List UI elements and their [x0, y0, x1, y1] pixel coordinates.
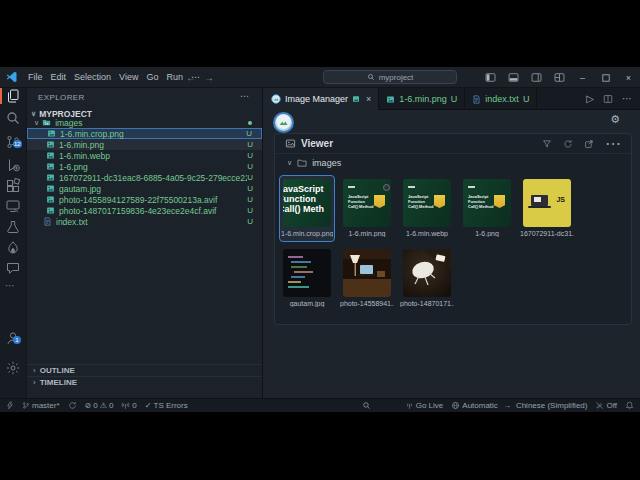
- toggle-secondary-sidebar-icon[interactable]: [531, 72, 542, 83]
- tab-index-txt[interactable]: index.txt U: [465, 88, 537, 110]
- minimize-button[interactable]: –: [577, 72, 588, 83]
- laptop-icon: [531, 195, 548, 206]
- scm-changes-badge: 12: [13, 140, 22, 148]
- menu-bar: File Edit Selection View Go Run ⋯: [24, 70, 204, 84]
- explorer-sidebar: EXPLORER ⋯ ∨ MYPROJECT ∨ images 1-6.min.…: [27, 88, 263, 398]
- file-row[interactable]: photo-1455894127589-22f75500213a.avif U: [27, 194, 262, 205]
- broadcast-icon: [405, 401, 414, 410]
- warning-count: 0: [109, 401, 113, 410]
- chevron-right-icon: ›: [33, 378, 36, 387]
- folder-modified-dot: [248, 121, 252, 125]
- git-status-badge: U: [247, 140, 253, 149]
- menu-run[interactable]: Run: [162, 70, 187, 84]
- viewer-tools: ⋯: [542, 134, 621, 153]
- translate-from: Automatic: [462, 401, 498, 410]
- back-arrow-icon[interactable]: ←: [186, 72, 196, 83]
- menu-file[interactable]: File: [24, 70, 47, 84]
- magnifier-icon: [362, 401, 371, 410]
- git-status-badge: U: [247, 162, 253, 171]
- image-file-icon: [47, 129, 56, 138]
- tab-image-manager[interactable]: Image Manager ×: [264, 88, 379, 110]
- file-row[interactable]: gautam.jpg U: [27, 183, 262, 194]
- file-row[interactable]: 1-6.min.webp U: [27, 150, 262, 161]
- thumbnail-selected[interactable]: JavaScript Function Call() Meth 1-6.min.…: [279, 175, 335, 242]
- file-row[interactable]: 1-6.min.crop.png U: [27, 128, 262, 139]
- viewer-folder-row[interactable]: ∨ images: [287, 158, 341, 168]
- image-file-icon: [46, 184, 55, 193]
- viewer-settings-gear-icon[interactable]: ⚙: [610, 113, 620, 126]
- run-preview-icon[interactable]: ▷: [586, 93, 594, 104]
- menu-selection[interactable]: Selection: [70, 70, 115, 84]
- flame-icon[interactable]: [5, 240, 21, 256]
- explorer-icon[interactable]: [5, 88, 21, 104]
- toggle-panel-icon[interactable]: [508, 72, 519, 83]
- settings-gear-icon[interactable]: [5, 360, 21, 376]
- chat-icon[interactable]: [5, 260, 21, 276]
- timeline-section[interactable]: › TIMELINE: [27, 376, 262, 388]
- file-name: 167072911-dc31eac8-6885-4a05-9c25-279ecc…: [59, 173, 247, 183]
- letterbox-top: [0, 0, 640, 67]
- search-view-icon[interactable]: [5, 110, 21, 126]
- close-tab-icon[interactable]: ×: [366, 94, 371, 104]
- folder-row-images[interactable]: ∨ images: [27, 117, 262, 128]
- chevron-right-icon: ›: [33, 366, 36, 375]
- file-name: 1-6.min.png: [59, 140, 106, 150]
- command-center-search[interactable]: myproject: [323, 70, 457, 84]
- thumbnail[interactable]: photo-14870171...: [403, 249, 451, 307]
- notifications-status[interactable]: [621, 399, 640, 413]
- file-name: photo-1455894127589-22f75500213a.avif: [59, 195, 219, 205]
- file-row-index-txt[interactable]: index.txt U: [27, 216, 262, 227]
- remote-explorer-icon[interactable]: [5, 198, 21, 214]
- open-external-icon[interactable]: [584, 139, 594, 149]
- thumbnail[interactable]: JS 167072911-dc31...: [523, 179, 571, 237]
- remote-indicator[interactable]: [0, 399, 18, 413]
- outline-section[interactable]: › OUTLINE: [27, 364, 262, 376]
- git-branch-status[interactable]: master*: [18, 399, 64, 413]
- git-status-badge: U: [247, 195, 253, 204]
- problems-status[interactable]: ⊘ 0 ⚠ 0: [81, 399, 118, 413]
- tab-1-6-min-png[interactable]: 1-6.min.png U: [379, 88, 465, 110]
- file-row[interactable]: 1-6.min.png U: [27, 139, 262, 150]
- file-row[interactable]: 167072911-dc31eac8-6885-4a05-9c25-279ecc…: [27, 172, 262, 183]
- viewer-more-icon[interactable]: ⋯: [605, 134, 621, 153]
- customize-layout-icon[interactable]: [554, 72, 565, 83]
- thumbnail-label: 1-6.min.crop.png: [281, 230, 333, 237]
- more-views-icon[interactable]: ⋯: [5, 280, 16, 291]
- thumbnail[interactable]: photo-14558941...: [343, 249, 391, 307]
- explorer-more-icon[interactable]: ⋯: [240, 91, 250, 101]
- close-window-button[interactable]: ×: [623, 72, 634, 83]
- bell-icon: [625, 401, 634, 410]
- sync-icon: [68, 401, 77, 410]
- menu-go[interactable]: Go: [142, 70, 162, 84]
- tab-label: 1-6.min.png: [399, 94, 447, 104]
- file-row[interactable]: 1-6.png U: [27, 161, 262, 172]
- sync-status[interactable]: [64, 399, 81, 413]
- more-actions-icon[interactable]: ⋯: [622, 93, 632, 104]
- filter-icon[interactable]: [542, 139, 552, 149]
- menu-view[interactable]: View: [115, 70, 142, 84]
- testing-icon[interactable]: [5, 219, 21, 235]
- highlight-off-status[interactable]: Off: [591, 399, 621, 413]
- go-live-status[interactable]: Go Live: [401, 399, 448, 413]
- forward-arrow-icon[interactable]: →: [204, 72, 214, 83]
- history-nav: ← →: [186, 67, 214, 88]
- translate-status[interactable]: Automatic → Chinese (Simplified): [447, 399, 591, 413]
- split-editor-icon[interactable]: [603, 94, 613, 104]
- refresh-icon[interactable]: [563, 139, 573, 149]
- thumb-text: JavaScript: [283, 184, 331, 194]
- thumbnail[interactable]: JavaScriptFunctionCall() Method 1-6.png: [463, 179, 511, 237]
- zoom-status[interactable]: [358, 399, 375, 413]
- maximize-button[interactable]: [600, 72, 611, 83]
- ts-errors-status[interactable]: ✓ TS Errors: [141, 399, 192, 413]
- thumbnail[interactable]: gautam.jpg: [283, 249, 331, 307]
- menu-edit[interactable]: Edit: [47, 70, 71, 84]
- thumbnail-label: 1-6.min.webp: [400, 230, 454, 237]
- file-row[interactable]: photo-1487017159836-4e23ece2e4cf.avif U: [27, 205, 262, 216]
- thumb-text: Call() Meth: [283, 204, 331, 214]
- thumbnail[interactable]: JavaScriptFunctionCall() Method 1-6.min.…: [403, 179, 451, 237]
- image-icon: [285, 138, 296, 149]
- ports-status[interactable]: 0: [117, 399, 140, 413]
- toggle-sidebar-icon[interactable]: [485, 72, 496, 83]
- run-debug-icon[interactable]: [5, 157, 21, 173]
- extensions-icon[interactable]: [5, 178, 21, 194]
